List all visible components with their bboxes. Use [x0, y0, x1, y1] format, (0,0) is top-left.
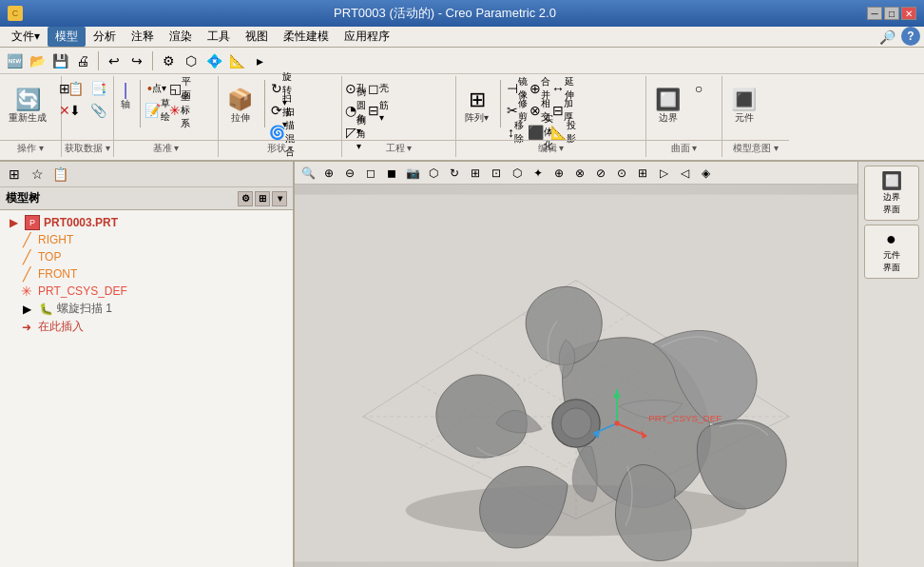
point-label: 点▾: [152, 82, 166, 95]
vp-btn20[interactable]: ◈: [696, 164, 715, 183]
vp-btn16[interactable]: ⊙: [612, 164, 631, 183]
close-win-btn[interactable]: 💠: [203, 50, 224, 71]
merge-icon: ⊕: [529, 81, 541, 96]
section-engineering: ⊙ 孔 ◔ 倒圆角▾ ◸ 倒角▾ ◻ 壳: [342, 76, 456, 157]
vp-shaded-btn[interactable]: ◼: [382, 164, 401, 183]
trim-btn[interactable]: ✂ 修剪: [507, 100, 528, 121]
regenerate-btn[interactable]: ⚙: [158, 50, 179, 71]
tree-item-feature1[interactable]: ▶ 🐛 螺旋扫描 1: [2, 300, 291, 318]
search-btn[interactable]: 🔎: [876, 27, 897, 48]
tree-settings-btn[interactable]: ⚙: [238, 191, 253, 206]
menu-analysis[interactable]: 分析: [86, 27, 124, 47]
vp-btn11[interactable]: ⬡: [508, 164, 527, 183]
coord-btn[interactable]: ✳ 坐标系: [169, 100, 190, 121]
array-btn[interactable]: ⊞ 阵列▾: [459, 78, 494, 135]
new-btn[interactable]: 🆕: [4, 50, 25, 71]
axis-btn[interactable]: | 轴: [117, 78, 134, 114]
gd-col2: 📑 📎: [87, 78, 108, 121]
boundary-btn[interactable]: 🔲 边界: [649, 78, 686, 135]
merge-btn[interactable]: ⊕ 合并: [529, 78, 550, 99]
component-surface-btn[interactable]: ● 元件界面: [864, 225, 919, 279]
section-editing: ⊞ 阵列▾ ⊣ 镜像 ✂ 修剪 ↕ 移除: [456, 76, 646, 157]
tree-item-top[interactable]: ╱ TOP: [2, 248, 291, 265]
nav-tab-layers[interactable]: 📋: [49, 164, 70, 185]
component-label: 元件: [735, 111, 754, 125]
menu-model[interactable]: 模型: [48, 27, 86, 47]
menu-tools[interactable]: 工具: [200, 27, 238, 47]
vp-zoom-out-btn[interactable]: ⊖: [340, 164, 359, 183]
thicken-btn[interactable]: ⊟ 加厚: [552, 100, 573, 121]
menu-flex-modeling[interactable]: 柔性建模: [276, 27, 337, 47]
tree-content: ▶ P PRT0003.PRT ╱ RIGHT ╱ TOP ╱ FRONT: [0, 210, 293, 567]
component-btn[interactable]: 🔳 元件: [725, 78, 762, 135]
vp-perspective-btn[interactable]: ⬡: [424, 164, 443, 183]
boundary-surface-btn[interactable]: 🔲 边界界面: [864, 166, 919, 221]
shell-btn[interactable]: ◻ 壳: [368, 78, 389, 99]
vp-zoom-in-btn[interactable]: ⊕: [319, 164, 338, 183]
nav-tab-star[interactable]: ☆: [27, 164, 48, 185]
surface-btn2[interactable]: ○: [688, 78, 709, 99]
undo-btn[interactable]: ↩: [104, 50, 125, 71]
tree-item-csys[interactable]: ✳ PRT_CSYS_DEF: [2, 283, 291, 300]
more-btn[interactable]: ▸: [249, 50, 270, 71]
feature-icon-sym: 🐛: [39, 303, 53, 316]
vp-btn15[interactable]: ⊘: [591, 164, 610, 183]
sketch-btn[interactable]: 📝 草绘: [146, 100, 167, 121]
nav-tab-tree[interactable]: ⊞: [4, 164, 25, 185]
vp-btn12[interactable]: ✦: [529, 164, 548, 183]
maximize-button[interactable]: □: [884, 7, 899, 20]
point-btn[interactable]: • 点▾: [146, 78, 167, 99]
minimize-button[interactable]: ─: [867, 7, 882, 20]
vp-hidden-btn[interactable]: 📷: [403, 164, 422, 183]
tree-filter-btn[interactable]: ⊞: [255, 191, 270, 206]
eng-col2: ◻ 壳 ⊟ 筋▾: [368, 78, 389, 121]
tree-expand-btn[interactable]: ▾: [272, 191, 287, 206]
config-btn[interactable]: 📐: [226, 50, 247, 71]
vp-btn14[interactable]: ⊗: [570, 164, 589, 183]
print-btn[interactable]: 🖨: [72, 50, 93, 71]
open-btn[interactable]: 📂: [27, 50, 48, 71]
help-btn[interactable]: ?: [901, 27, 920, 46]
vp-btn13[interactable]: ⊕: [549, 164, 568, 183]
intersect-icon: ⊗: [529, 103, 541, 118]
rib-btn[interactable]: ⊟ 筋▾: [368, 100, 389, 121]
gd-btn4[interactable]: 📎: [87, 100, 108, 121]
shape-col1: ↻ 旋转▾ ⟳ 扫描▾ 🌀 扫描混合: [271, 78, 292, 143]
tree-icon-group: ⚙ ⊞ ▾: [238, 191, 287, 206]
extend-btn[interactable]: ↔ 延伸: [552, 78, 573, 99]
vp-btn17[interactable]: ⊞: [633, 164, 652, 183]
vp-btn19[interactable]: ◁: [675, 164, 694, 183]
gd-btn3[interactable]: 📑: [87, 78, 108, 99]
tree-label-top: TOP: [38, 250, 61, 264]
tree-item-right[interactable]: ╱ RIGHT: [2, 231, 291, 248]
engineering-label-text: 工程 ▾: [386, 143, 413, 153]
vp-spin-btn[interactable]: ↻: [445, 164, 464, 183]
gd-btn1[interactable]: 📋: [65, 78, 86, 99]
close-button[interactable]: ✕: [901, 7, 916, 20]
gd-btn2[interactable]: ⬇: [65, 100, 86, 121]
vp-btn18[interactable]: ▷: [654, 164, 673, 183]
menu-render[interactable]: 渲染: [162, 27, 200, 47]
save-btn[interactable]: 💾: [49, 50, 70, 71]
viewport-canvas[interactable]: PRT_CSYS_DEF: [295, 185, 857, 567]
tree-item-root[interactable]: ▶ P PRT0003.PRT: [2, 214, 291, 231]
tree-label-csys: PRT_CSYS_DEF: [38, 284, 127, 298]
switch-win-btn[interactable]: ⬡: [181, 50, 202, 71]
menu-apps[interactable]: 应用程序: [337, 27, 397, 47]
redo-btn[interactable]: ↪: [126, 50, 147, 71]
boundary-label: 边界: [659, 111, 678, 125]
mirror-btn[interactable]: ⊣ 镜像: [507, 78, 528, 99]
tree-item-front[interactable]: ╱ FRONT: [2, 265, 291, 283]
vp-btn10[interactable]: ⊡: [487, 164, 506, 183]
vp-btn9[interactable]: ⊞: [466, 164, 485, 183]
extrude-btn[interactable]: 📦 拉伸: [221, 78, 259, 135]
model-intent-label-text: 模型意图 ▾: [733, 143, 779, 153]
menu-file[interactable]: 文件▾: [4, 27, 48, 47]
vp-fit-btn[interactable]: 🔍: [298, 164, 318, 183]
menu-view[interactable]: 视图: [238, 27, 276, 47]
vp-wireframe-btn[interactable]: ◻: [361, 164, 380, 183]
menu-annotation[interactable]: 注释: [124, 27, 162, 47]
regenerate-big-btn[interactable]: 🔄 重新生成: [3, 78, 52, 135]
tree-item-insert[interactable]: ➜ 在此插入: [2, 318, 291, 336]
coord-icon: ✳: [169, 103, 181, 118]
